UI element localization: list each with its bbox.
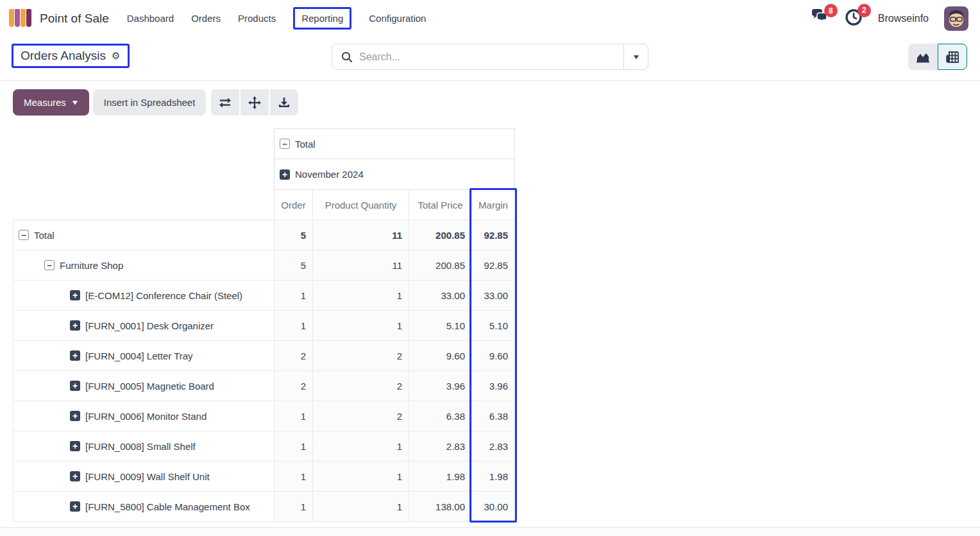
nav-menu-item[interactable]: Reporting <box>293 7 351 30</box>
row-toggle-icon[interactable]: + <box>70 350 80 361</box>
cell-order[interactable]: 5 <box>275 250 313 281</box>
row-toggle-icon[interactable]: + <box>70 441 80 451</box>
row-toggle-icon[interactable]: − <box>19 230 29 240</box>
cell-product-quantity[interactable]: 1 <box>313 462 409 492</box>
nav-menu-item[interactable]: Dashboard <box>127 13 174 24</box>
cell-margin[interactable]: 9.60 <box>472 341 515 371</box>
collapse-icon[interactable]: − <box>280 139 290 149</box>
column-group-total[interactable]: − Total <box>275 129 515 159</box>
cell-total-price[interactable]: 5.10 <box>409 311 472 341</box>
row-toggle-icon[interactable]: + <box>70 381 80 391</box>
cell-order[interactable]: 1 <box>275 431 313 462</box>
messages-button[interactable]: 8 <box>809 8 829 28</box>
app-logo-icon[interactable] <box>9 9 31 28</box>
cell-total-price[interactable]: 3.96 <box>409 371 472 401</box>
measure-header[interactable]: Total Price <box>409 190 472 220</box>
row-label-cell[interactable]: + [FURN_0006] Monitor Stand <box>13 401 275 431</box>
messages-badge: 8 <box>824 4 838 17</box>
measure-header[interactable]: Margin <box>472 190 515 220</box>
cell-order[interactable]: 2 <box>275 341 313 371</box>
row-toggle-icon[interactable]: + <box>70 290 80 300</box>
cell-total-price[interactable]: 138.00 <box>409 492 472 522</box>
nav-menu-item[interactable]: Configuration <box>369 13 426 24</box>
nav-menu-item[interactable]: Orders <box>191 13 221 24</box>
cell-margin[interactable]: 92.85 <box>472 250 515 281</box>
row-label-cell[interactable]: − Furniture Shop <box>13 250 275 281</box>
cell-margin[interactable]: 92.85 <box>472 220 515 250</box>
avatar[interactable] <box>944 6 968 31</box>
user-menu[interactable]: Browseinfo <box>878 13 929 24</box>
row-toggle-icon[interactable]: + <box>70 501 80 512</box>
cell-total-price[interactable]: 33.00 <box>409 281 472 311</box>
insert-in-spreadsheet-button[interactable]: Insert in Spreadsheet <box>93 89 207 116</box>
nav-menu-item-label: Products <box>238 13 276 24</box>
row-label-cell[interactable]: − Total <box>13 220 275 250</box>
row-label: [FURN_0001] Desk Organizer <box>85 320 214 331</box>
search-input[interactable] <box>359 51 623 63</box>
cell-margin[interactable]: 5.10 <box>472 311 515 341</box>
pivot-view-button[interactable] <box>938 44 967 70</box>
cell-product-quantity[interactable]: 2 <box>313 341 409 371</box>
cell-order[interactable]: 2 <box>275 371 313 401</box>
row-label-cell[interactable]: + [E-COM12] Conference Chair (Steel) <box>13 281 275 311</box>
cell-product-quantity[interactable]: 2 <box>313 401 409 431</box>
cell-margin[interactable]: 30.00 <box>472 492 515 522</box>
cell-product-quantity[interactable]: 11 <box>313 250 409 281</box>
activities-button[interactable]: 2 <box>845 8 863 29</box>
row-label-cell[interactable]: + [FURN_0004] Letter Tray <box>13 341 275 371</box>
row-toggle-icon[interactable]: + <box>70 471 80 481</box>
table-row: + [FURN_0004] Letter Tray 2 2 9.60 9.60 <box>13 341 515 371</box>
measures-button[interactable]: Measures ▼ <box>13 89 89 116</box>
cell-product-quantity[interactable]: 1 <box>313 431 409 462</box>
flip-axis-button[interactable] <box>211 89 239 116</box>
measure-header[interactable]: Product Quantity <box>313 190 409 220</box>
cell-total-price[interactable]: 1.98 <box>409 462 472 492</box>
row-label-cell[interactable]: + [FURN_5800] Cable Management Box <box>13 492 275 522</box>
app-name[interactable]: Point of Sale <box>40 12 109 26</box>
row-label-cell[interactable]: + [FURN_0001] Desk Organizer <box>13 311 275 341</box>
cell-total-price[interactable]: 200.85 <box>409 220 472 250</box>
cell-order[interactable]: 1 <box>275 281 313 311</box>
row-toggle-icon[interactable]: + <box>70 411 80 421</box>
cell-margin[interactable]: 2.83 <box>472 431 515 462</box>
row-label-cell[interactable]: + [FURN_0005] Magnetic Board <box>13 371 275 401</box>
nav-menu-item-label: Orders <box>191 13 221 24</box>
download-button[interactable] <box>270 89 298 116</box>
measure-header[interactable]: Order <box>275 190 313 220</box>
control-panel: Orders Analysis ⚙ ▼ <box>0 37 980 81</box>
expand-all-button[interactable] <box>241 89 269 116</box>
cell-order[interactable]: 1 <box>275 311 313 341</box>
cell-order[interactable]: 5 <box>275 220 313 250</box>
breadcrumb-title-box[interactable]: Orders Analysis ⚙ <box>12 44 130 68</box>
cell-order[interactable]: 1 <box>275 401 313 431</box>
cell-order[interactable]: 1 <box>275 492 313 522</box>
search-icon <box>341 51 353 63</box>
pivot-toolbar: Measures ▼ Insert in Spreadsheet <box>13 89 298 116</box>
cell-margin[interactable]: 6.38 <box>472 401 515 431</box>
cell-product-quantity[interactable]: 11 <box>313 220 409 250</box>
graph-view-button[interactable] <box>908 44 938 70</box>
row-label-cell[interactable]: + [FURN_0008] Small Shelf <box>13 431 275 462</box>
measure-header-row: OrderProduct QuantityTotal PriceMargin <box>13 190 515 220</box>
search-filters-toggle[interactable]: ▼ <box>623 44 648 69</box>
row-toggle-icon[interactable]: + <box>70 320 80 331</box>
cell-product-quantity[interactable]: 1 <box>313 281 409 311</box>
cell-product-quantity[interactable]: 2 <box>313 371 409 401</box>
row-label-cell[interactable]: + [FURN_0009] Wall Shelf Unit <box>13 462 275 492</box>
cell-order[interactable]: 1 <box>275 462 313 492</box>
cell-total-price[interactable]: 200.85 <box>409 250 472 281</box>
cell-margin[interactable]: 33.00 <box>472 281 515 311</box>
cell-product-quantity[interactable]: 1 <box>313 311 409 341</box>
cell-total-price[interactable]: 9.60 <box>409 341 472 371</box>
cell-margin[interactable]: 1.98 <box>472 462 515 492</box>
cell-total-price[interactable]: 2.83 <box>409 431 472 462</box>
cell-total-price[interactable]: 6.38 <box>409 401 472 431</box>
cell-product-quantity[interactable]: 1 <box>313 492 409 522</box>
expand-icon[interactable]: + <box>280 169 290 180</box>
gear-icon[interactable]: ⚙ <box>112 50 120 62</box>
column-group-period[interactable]: + November 2024 <box>275 159 515 190</box>
nav-menu-item[interactable]: Products <box>238 13 276 24</box>
table-row: + [FURN_0005] Magnetic Board 2 2 3.96 3.… <box>13 371 515 401</box>
row-toggle-icon[interactable]: − <box>44 260 55 270</box>
cell-margin[interactable]: 3.96 <box>472 371 515 401</box>
